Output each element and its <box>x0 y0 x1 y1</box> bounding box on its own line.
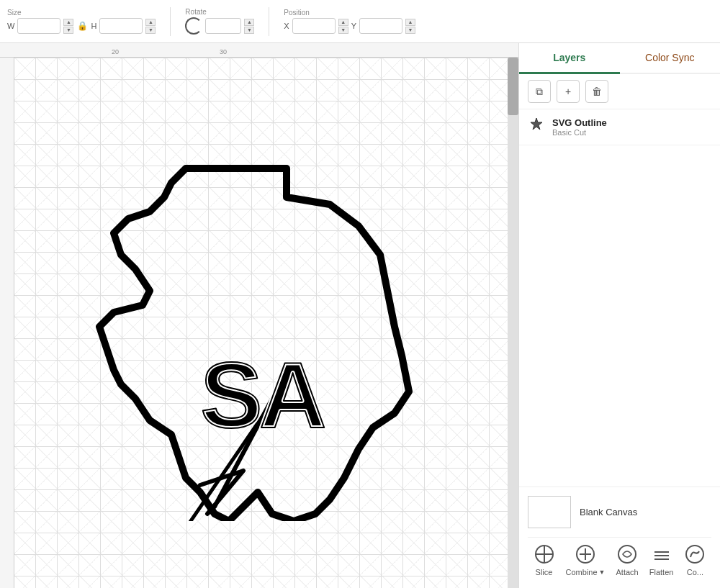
duplicate-layer-button[interactable]: ⧉ <box>528 80 551 103</box>
svg-point-9 <box>618 546 636 563</box>
y-label: Y <box>351 22 356 30</box>
svg-design: SA SA SA <box>56 125 416 521</box>
svg-rect-11 <box>654 555 669 556</box>
combine-button[interactable]: Combine ▼ <box>566 543 606 576</box>
blank-canvas-row: Blank Canvas <box>528 496 711 528</box>
size-group: Size W ▲ ▼ 🔒 H ▲ ▼ <box>7 9 156 34</box>
lock-icon: 🔒 <box>76 20 88 32</box>
position-inputs: X ▲ ▼ Y ▲ ▼ <box>284 18 415 34</box>
layer-info: SVG Outline Basic Cut <box>552 117 711 137</box>
attach-button[interactable]: Attach <box>616 543 639 576</box>
grid-canvas[interactable]: SA SA SA <box>14 58 508 588</box>
slice-button[interactable]: Slice <box>534 543 555 576</box>
add-icon: + <box>565 86 571 97</box>
rotate-group: Rotate ▲ ▼ <box>185 8 254 35</box>
blank-canvas-thumbnail <box>528 496 571 528</box>
width-spinner[interactable]: ▲ ▼ <box>63 19 73 34</box>
layers-toolbar: ⧉ + 🗑 <box>519 74 720 109</box>
svg-design-container[interactable]: SA SA SA <box>56 125 416 521</box>
y-down[interactable]: ▼ <box>405 27 415 34</box>
main-area: 20 30 SA <box>0 43 720 588</box>
canvas-area[interactable]: 20 30 SA <box>0 43 518 588</box>
ruler-horizontal: 20 30 <box>0 43 518 58</box>
blank-canvas-label: Blank Canvas <box>580 507 637 517</box>
layer-type: Basic Cut <box>552 128 711 137</box>
delete-layer-button[interactable]: 🗑 <box>585 80 608 103</box>
ruler-mark-20: 20 <box>112 48 119 55</box>
height-down[interactable]: ▼ <box>145 27 156 34</box>
rotate-input[interactable] <box>205 18 241 34</box>
contour-icon <box>684 543 706 565</box>
x-down[interactable]: ▼ <box>338 27 348 34</box>
add-layer-button[interactable]: + <box>557 80 580 103</box>
svg-rect-12 <box>654 558 669 560</box>
divider2 <box>269 7 269 36</box>
slice-icon <box>534 543 555 565</box>
duplicate-icon: ⧉ <box>536 86 543 98</box>
y-up[interactable]: ▲ <box>405 19 415 26</box>
tabs-container: Layers Color Sync <box>519 43 720 74</box>
top-toolbar: Size W ▲ ▼ 🔒 H ▲ ▼ Rotate ▲ ▼ <box>0 0 720 43</box>
size-label: Size <box>7 9 21 17</box>
height-up[interactable]: ▲ <box>145 19 156 26</box>
width-input[interactable] <box>17 18 60 34</box>
position-group: Position X ▲ ▼ Y ▲ ▼ <box>284 9 415 34</box>
panel-bottom: Blank Canvas Slice <box>519 487 720 588</box>
tab-color-sync[interactable]: Color Sync <box>620 43 721 74</box>
right-panel: Layers Color Sync ⧉ + 🗑 <box>518 43 720 588</box>
rotate-down[interactable]: ▼ <box>244 27 254 34</box>
bottom-actions: Slice Combine ▼ <box>528 537 711 579</box>
layer-name: SVG Outline <box>552 117 711 128</box>
rotate-spinner[interactable]: ▲ ▼ <box>244 19 254 34</box>
flatten-button[interactable]: Flatten <box>649 543 674 576</box>
y-input[interactable] <box>359 18 402 34</box>
width-down[interactable]: ▼ <box>63 27 73 34</box>
rotate-label: Rotate <box>185 8 206 16</box>
trash-icon: 🗑 <box>592 86 602 97</box>
rotate-inputs: ▲ ▼ <box>185 17 254 35</box>
position-label: Position <box>284 9 310 17</box>
layer-type-icon <box>528 117 545 137</box>
tab-layers[interactable]: Layers <box>519 43 620 74</box>
rotate-icon[interactable] <box>185 17 202 35</box>
flatten-icon <box>651 543 672 565</box>
w-label: W <box>7 22 14 30</box>
slice-label: Slice <box>536 568 553 576</box>
scrollbar-thumb[interactable] <box>508 58 518 115</box>
svg-rect-10 <box>654 551 669 553</box>
x-up[interactable]: ▲ <box>338 19 348 26</box>
rotate-up[interactable]: ▲ <box>244 19 254 26</box>
height-spinner[interactable]: ▲ ▼ <box>145 19 156 34</box>
width-up[interactable]: ▲ <box>63 19 73 26</box>
ruler-vertical <box>0 58 14 588</box>
panel-spacer <box>519 145 720 487</box>
svg-point-13 <box>686 546 703 563</box>
svg-text:SA: SA <box>200 343 325 448</box>
attach-label: Attach <box>616 568 639 576</box>
contour-button[interactable]: Co... <box>684 543 706 576</box>
combine-icon <box>575 543 596 565</box>
size-inputs: W ▲ ▼ 🔒 H ▲ ▼ <box>7 18 156 34</box>
scrollbar-vertical[interactable] <box>508 58 518 588</box>
ruler-mark-30: 30 <box>220 48 227 55</box>
x-label: X <box>284 22 289 30</box>
divider1 <box>170 7 171 36</box>
x-spinner[interactable]: ▲ ▼ <box>338 19 348 34</box>
h-label: H <box>91 22 96 30</box>
contour-label: Co... <box>687 568 703 576</box>
attach-icon <box>616 543 638 565</box>
combine-dropdown-arrow[interactable]: ▼ <box>599 569 606 576</box>
height-input[interactable] <box>99 18 143 34</box>
flatten-label: Flatten <box>649 568 674 576</box>
layer-item[interactable]: SVG Outline Basic Cut <box>519 109 720 145</box>
y-spinner[interactable]: ▲ ▼ <box>405 19 415 34</box>
x-input[interactable] <box>292 18 336 34</box>
combine-label: Combine <box>566 568 598 576</box>
